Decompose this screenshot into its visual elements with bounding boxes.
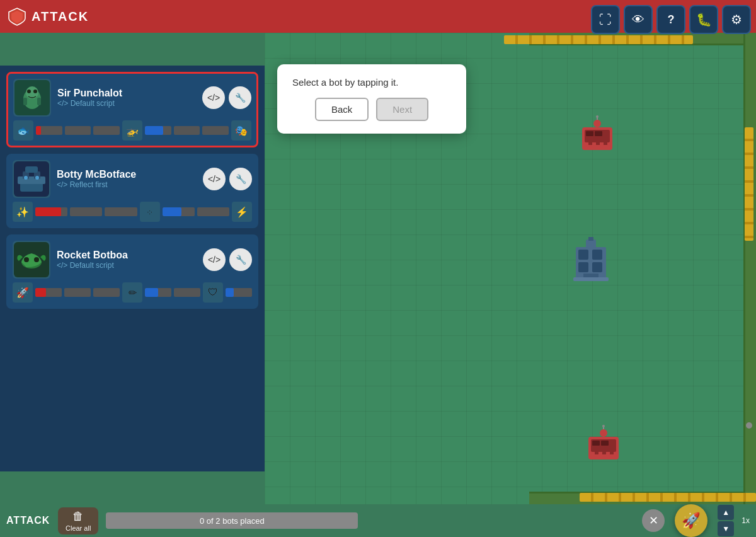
bar-icon-mask: 🎭	[231, 120, 251, 141]
svg-rect-12	[592, 250, 602, 260]
bar-empty-4	[202, 126, 229, 135]
bar-icon-wand: ✨	[13, 202, 33, 222]
bot-settings-button-botty[interactable]: 🔧	[229, 168, 252, 190]
bot-avatar-rocket	[13, 241, 50, 279]
dialog-box: Select a bot by tapping it. Back Next	[277, 64, 466, 134]
bot-code-button-sir-punchalot[interactable]: </>	[202, 86, 225, 109]
bot-code-button-rocket[interactable]: </>	[203, 248, 226, 271]
bar-empty-r1	[64, 288, 91, 297]
bar-icon-fish: 🐟	[13, 120, 33, 141]
bot-settings-button-sir-punchalot[interactable]: 🔧	[229, 86, 251, 109]
svg-point-46	[24, 257, 29, 262]
svg-rect-16	[573, 277, 609, 281]
bottom-bar: ATTACK 🗑 Clear all 0 of 2 bots placed ✕ …	[0, 504, 756, 537]
bar-empty-b3	[197, 207, 229, 216]
bar-icon-rocket: 🚀	[13, 282, 33, 303]
bot-avatar-sir-punchalot	[13, 79, 51, 117]
close-game-button[interactable]: ✕	[642, 509, 665, 532]
clear-all-label: Clear all	[66, 524, 91, 532]
svg-rect-4	[588, 139, 592, 145]
svg-rect-25	[610, 448, 614, 454]
bar-hp-r3	[226, 288, 252, 297]
bot-name-botty: Botty McBotface	[57, 169, 203, 180]
svg-rect-17	[586, 240, 596, 248]
yellow-border-bottom	[580, 493, 756, 502]
yellow-border-top	[504, 35, 693, 44]
svg-rect-35	[37, 98, 41, 105]
svg-point-26	[600, 429, 607, 437]
svg-point-7	[593, 120, 601, 127]
bar-icon-zap: ⚡	[232, 202, 252, 222]
svg-point-9	[596, 115, 598, 118]
game-area: Sir Punchalot Default script </> 🔧 🐟 🚁 🎭	[0, 33, 756, 504]
svg-rect-13	[578, 262, 588, 272]
bar-empty-r2	[93, 288, 120, 297]
bot-card-rocket-botboa[interactable]: Rocket Botboa Default script </> 🔧 🚀 ✏ 🛡	[6, 234, 258, 309]
bot-script-botty: Reflect first	[57, 180, 203, 189]
svg-point-47	[34, 257, 39, 262]
dialog-message: Select a bot by tapping it.	[292, 77, 451, 88]
bot-avatar-botty	[13, 160, 50, 198]
bots-placed-bar: 0 of 2 bots placed	[106, 512, 358, 529]
bot-card-sir-punchalot[interactable]: Sir Punchalot Default script </> 🔧 🐟 🚁 🎭	[6, 72, 258, 147]
bot-script-sir-punchalot: Default script	[57, 99, 202, 108]
bot-card-botty-mcbotface[interactable]: Botty McBotface Reflect first </> 🔧 ✨ ·:…	[6, 154, 258, 228]
bar-hp-b2	[163, 207, 195, 216]
attack-label: ATTACK	[6, 515, 50, 526]
toolbar: ⛶ 👁 ? 🐛 ⚙	[591, 5, 751, 34]
launch-button[interactable]: 🚀	[675, 504, 707, 537]
bots-placed-text: 0 of 2 bots placed	[200, 516, 265, 526]
bar-icon-pencil: ✏	[122, 282, 142, 303]
svg-point-43	[35, 176, 39, 180]
bot-script-rocket: Default script	[57, 261, 203, 270]
svg-rect-23	[595, 448, 598, 454]
sidebar: Sir Punchalot Default script </> 🔧 🐟 🚁 🎭	[0, 66, 265, 471]
scroll-down-button[interactable]: ▼	[718, 521, 734, 536]
trash-icon: 🗑	[72, 510, 84, 523]
back-button[interactable]: Back	[315, 98, 369, 121]
bot-settings-button-rocket[interactable]: 🔧	[229, 248, 252, 271]
svg-rect-11	[578, 250, 588, 260]
svg-point-33	[33, 90, 37, 93]
bar-icon-shield: 🛡	[203, 282, 223, 303]
fullscreen-button[interactable]: ⛶	[591, 5, 620, 34]
bot-code-button-botty[interactable]: </>	[203, 168, 226, 190]
svg-rect-14	[592, 262, 602, 272]
bar-empty-2	[93, 126, 120, 135]
scroll-up-button[interactable]: ▲	[718, 505, 734, 520]
svg-rect-34	[23, 98, 27, 105]
svg-rect-18	[588, 237, 593, 241]
svg-rect-22	[601, 441, 609, 446]
bar-icon-heli: 🚁	[122, 120, 142, 141]
bug-button[interactable]: 🐛	[689, 5, 718, 34]
svg-point-28	[602, 425, 605, 427]
bar-hp-r2	[145, 288, 171, 297]
bot-name-sir-punchalot: Sir Punchalot	[57, 88, 202, 99]
svg-point-32	[27, 90, 31, 93]
zoom-label: 1x	[742, 516, 750, 525]
header-title: ATTACK	[32, 9, 89, 24]
next-button[interactable]: Next	[376, 98, 428, 121]
help-button[interactable]: ?	[656, 5, 685, 34]
bar-hp-2	[145, 126, 171, 135]
enemy-bot-3	[583, 424, 624, 466]
svg-rect-6	[604, 139, 607, 145]
clear-all-button[interactable]: 🗑 Clear all	[58, 507, 98, 534]
wall-right	[743, 33, 756, 504]
bar-empty-1	[65, 126, 91, 135]
svg-rect-38	[18, 176, 45, 184]
yellow-dot	[746, 422, 752, 429]
view-button[interactable]: 👁	[624, 5, 653, 34]
bar-hp-b1	[35, 207, 67, 216]
bar-empty-b1	[70, 207, 102, 216]
yellow-border-right	[745, 127, 753, 241]
enemy-bot-1	[577, 115, 617, 157]
settings-button[interactable]: ⚙	[722, 5, 751, 34]
svg-rect-24	[602, 448, 606, 454]
shield-icon	[8, 7, 26, 26]
svg-rect-2	[586, 131, 593, 136]
scroll-controls: ▲ ▼	[718, 505, 734, 536]
bar-icon-dots: ·:·	[140, 202, 160, 222]
bar-hp-1	[36, 126, 62, 135]
svg-rect-3	[595, 131, 602, 136]
